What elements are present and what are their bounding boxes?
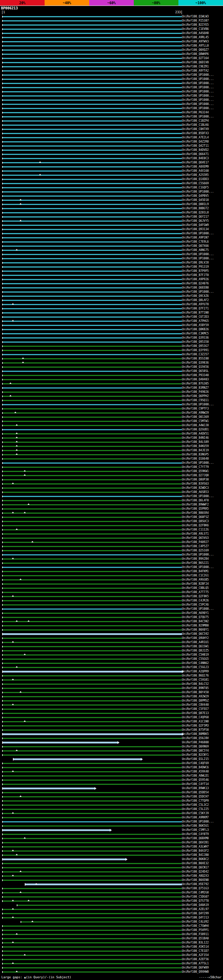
hit-label[interactable]: UniRef100_Q8KB26 <box>182 328 223 332</box>
hit-bar[interactable] <box>2 179 182 180</box>
hit-label[interactable]: UniRef100_Q93134 <box>182 228 223 232</box>
hit-label[interactable]: UniRef100_Q6FW89 <box>182 966 223 970</box>
hit-bar[interactable] <box>2 863 182 864</box>
hit-label[interactable]: UniRef100_Q751G3 <box>182 886 223 891</box>
hit-label[interactable]: UniRef100_Q1WLW3 <box>182 14 223 19</box>
hit-label[interactable]: UniRef100_C5SGG5 <box>182 657 223 661</box>
hit-bar[interactable] <box>2 859 125 861</box>
hit-bar[interactable] <box>2 663 182 664</box>
hit-bar[interactable] <box>2 271 182 272</box>
hit-bar[interactable] <box>2 792 182 793</box>
hit-bar[interactable] <box>2 346 182 347</box>
hit-bar[interactable] <box>2 567 182 568</box>
hit-bar[interactable] <box>2 16 182 18</box>
hit-label[interactable]: UniRef100_B4C5N2 <box>182 619 223 624</box>
hit-bar[interactable] <box>2 108 182 109</box>
hit-bar[interactable] <box>2 767 182 768</box>
hit-label[interactable]: UniRef100_C9SQ11 <box>182 398 223 402</box>
hit-bar[interactable] <box>2 579 182 581</box>
hit-bar[interactable] <box>2 363 182 364</box>
hit-bar[interactable] <box>2 821 182 822</box>
hit-bar[interactable] <box>2 918 182 918</box>
hit-label[interactable]: UniRef100_UP1000... <box>182 461 223 465</box>
hit-bar[interactable] <box>2 95 182 97</box>
hit-label[interactable]: UniRef100_Q60FSZ <box>182 515 223 519</box>
hit-label[interactable]: UniRef100_C9EZR1 <box>182 65 223 69</box>
hit-label[interactable]: UniRef100_Q87E13 <box>182 711 223 716</box>
hit-label[interactable]: UniRef100_Q9UHY2 <box>182 636 223 640</box>
hit-bar[interactable] <box>2 613 182 614</box>
hit-bar[interactable] <box>2 630 182 631</box>
hit-bar[interactable] <box>2 733 182 735</box>
hit-label[interactable]: UniRef100_A7PHG5 <box>182 319 223 323</box>
hit-bar[interactable] <box>2 872 182 873</box>
hit-label[interactable]: UniRef100_C1112G <box>182 528 223 532</box>
hit-label[interactable]: UniRef100_B3RNZ7 <box>182 386 223 390</box>
hit-label[interactable]: UniRef100_A7E2L4 <box>182 135 223 140</box>
hit-label[interactable]: UniRef100_A9RKM7 <box>182 816 223 820</box>
hit-bar[interactable] <box>2 325 182 326</box>
hit-bar[interactable] <box>2 600 182 601</box>
hit-label[interactable]: UniRef100_Q40A19 <box>182 903 223 907</box>
hit-label[interactable]: UniRef100_P93340 <box>182 373 223 377</box>
hit-bar[interactable] <box>2 229 182 230</box>
hit-label[interactable]: UniRef100_B0XEN8 <box>182 878 223 882</box>
hit-bar[interactable] <box>2 121 182 122</box>
hit-label[interactable]: UniRef100_B4E0C3 <box>182 156 223 161</box>
hit-bar[interactable] <box>2 550 182 551</box>
hit-bar[interactable] <box>2 851 182 852</box>
hit-bar[interactable] <box>2 100 182 101</box>
hit-label[interactable]: UniRef100_A6SB53 <box>182 490 223 494</box>
hit-label[interactable]: UniRef100_Q2T164 <box>182 56 223 60</box>
hit-bar[interactable] <box>2 337 182 339</box>
hit-bar[interactable] <box>2 425 182 426</box>
hit-bar[interactable] <box>2 888 182 889</box>
hit-bar[interactable] <box>2 530 182 530</box>
hit-bar[interactable] <box>2 104 182 105</box>
hit-label[interactable]: UniRef100_A9RL45 <box>182 35 223 40</box>
hit-label[interactable]: UniRef100_P25387 <box>182 19 223 23</box>
hit-bar[interactable] <box>2 721 182 722</box>
hit-label[interactable]: UniRef100_Q8SUC3 <box>182 519 223 523</box>
hit-bar[interactable] <box>2 972 182 973</box>
hit-label[interactable]: UniRef100_Q2GUD1 <box>182 428 223 432</box>
hit-bar[interactable] <box>2 575 182 576</box>
hit-bar[interactable] <box>2 667 182 668</box>
hit-bar[interactable] <box>2 688 182 689</box>
hit-bar[interactable] <box>2 826 182 827</box>
hit-label[interactable]: UniRef100_B4KU59 <box>182 444 223 449</box>
hit-bar[interactable] <box>2 538 182 539</box>
hit-bar[interactable] <box>2 309 182 309</box>
hit-bar[interactable] <box>2 409 182 409</box>
hit-bar[interactable] <box>2 171 182 172</box>
hit-label[interactable]: UniRef100_Q24076 <box>182 282 223 286</box>
hit-bar[interactable] <box>2 404 182 405</box>
hit-bar[interactable] <box>2 87 182 88</box>
hit-label[interactable]: UniRef100_P38911 <box>182 932 223 937</box>
hit-label[interactable]: UniRef100_A8XEM9 <box>182 165 223 169</box>
hit-bar[interactable] <box>2 125 182 126</box>
hit-bar[interactable] <box>2 317 182 318</box>
hit-label[interactable]: UniRef100_H5E792 <box>182 882 223 886</box>
hit-label[interactable]: UniRef100_UP1000... <box>182 607 223 611</box>
hit-label[interactable]: UniRef100_A4X160 <box>182 169 223 173</box>
hit-bar[interactable] <box>2 788 95 789</box>
hit-bar[interactable] <box>2 542 182 543</box>
hit-bar[interactable] <box>2 283 182 284</box>
hit-bar[interactable] <box>2 617 182 618</box>
hit-label[interactable]: UniRef100_UP1000... <box>182 256 223 261</box>
hit-label[interactable]: UniRef100_B8MBK5 <box>182 732 223 736</box>
hit-bar[interactable] <box>2 379 182 380</box>
hit-label[interactable]: UniRef100_B2IYE5 <box>182 23 223 27</box>
hit-bar[interactable] <box>2 751 182 752</box>
hit-bar[interactable] <box>2 413 182 414</box>
hit-bar[interactable] <box>2 967 182 969</box>
hit-bar[interactable] <box>2 633 182 635</box>
hit-label[interactable]: UniRef100_Q6JVY5 <box>182 219 223 223</box>
hit-bar[interactable] <box>2 188 182 188</box>
hit-label[interactable]: UniRef100_Q51BA0 <box>182 937 223 941</box>
hit-label[interactable]: UniRef100_UP1000... <box>182 77 223 81</box>
hit-label[interactable]: UniRef100_Q0XN69 <box>182 745 223 749</box>
hit-label[interactable]: UniRef100_C5L3C2 <box>182 803 223 807</box>
hit-bar[interactable] <box>2 137 182 138</box>
